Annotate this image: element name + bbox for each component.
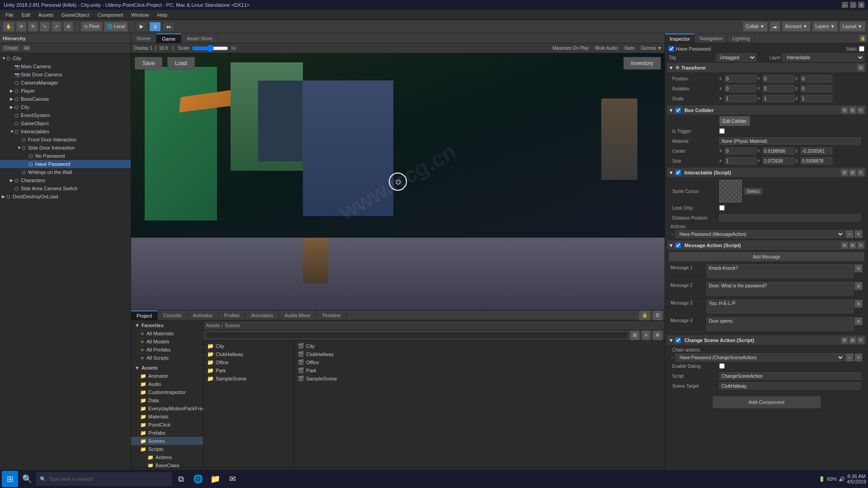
- add-component-button[interactable]: Add Component: [712, 396, 821, 408]
- msg-2-remove-btn[interactable]: ✕: [854, 282, 863, 290]
- proj-data[interactable]: 📁 Data: [131, 396, 203, 404]
- mail-icon[interactable]: ✉: [224, 471, 241, 487]
- hier-eventsystem[interactable]: ⬡ EventSystem: [0, 111, 131, 119]
- collab-button[interactable]: Collab ▼: [743, 22, 768, 32]
- asset-scene-park[interactable]: 🎬 Park: [294, 366, 665, 375]
- hier-writings[interactable]: ⬡ Writings on the Wall: [0, 168, 131, 176]
- hier-interactables[interactable]: ▼ ⬡ Interactables: [0, 127, 131, 136]
- layer-dropdown[interactable]: Interactable: [783, 53, 864, 61]
- object-active-checkbox[interactable]: [669, 46, 674, 52]
- boxcollider-enabled-checkbox[interactable]: [675, 108, 681, 113]
- proj-prefabs[interactable]: 📁 Prefabs: [131, 429, 203, 437]
- asset-icon-view[interactable]: ⊞: [630, 330, 640, 340]
- hier-front-door[interactable]: ⬡ Front Door Interaction: [0, 136, 131, 144]
- static-checkbox[interactable]: [859, 46, 864, 52]
- tool-transform[interactable]: ⊕: [63, 22, 73, 32]
- rotation-y[interactable]: [763, 85, 794, 92]
- enable-dialog-checkbox[interactable]: [719, 363, 725, 369]
- proj-audio[interactable]: 📁 Audio: [131, 380, 203, 388]
- msg-1-remove-btn[interactable]: ✕: [854, 264, 863, 272]
- boxcollider-component-header[interactable]: ▼ Box Collider ⚙ ⊞ ✕: [667, 105, 866, 115]
- breadcrumb-assets[interactable]: Assets: [206, 323, 220, 328]
- maximize-button[interactable]: □: [850, 2, 856, 8]
- inventory-button[interactable]: Inventory: [623, 57, 661, 70]
- tab-project[interactable]: Project: [131, 310, 158, 320]
- component-remove-btn[interactable]: ✕: [857, 337, 864, 344]
- hier-characters[interactable]: ▶ ⬡ Characters: [0, 176, 131, 184]
- edit-collider-btn[interactable]: Edit Collider: [719, 116, 750, 126]
- menu-gameobject[interactable]: GameObject: [58, 11, 93, 19]
- size-z[interactable]: [801, 157, 832, 164]
- chain-remove-btn[interactable]: −: [845, 353, 854, 361]
- hier-gameobject[interactable]: ⬡ GameObject: [0, 119, 131, 127]
- proj-scenes[interactable]: 📁 Scenes: [131, 437, 203, 445]
- asset-list-view[interactable]: ≡: [642, 330, 651, 340]
- hier-basecanvas[interactable]: ▶ ⬡ BaseCanvas: [0, 95, 131, 103]
- msg-4-value[interactable]: Door opens.: [707, 317, 854, 331]
- chain-action-dropdown[interactable]: Have Password (ChangeSceneAction): [675, 353, 844, 361]
- inspector-lock-btn[interactable]: 🔒: [859, 35, 866, 42]
- asset-scene-office[interactable]: 🎬 Office: [294, 358, 665, 366]
- load-button[interactable]: Load: [167, 57, 195, 70]
- menu-help[interactable]: Help: [153, 11, 171, 19]
- asset-scene-clubhallway[interactable]: 🎬 ClubHallway: [294, 350, 665, 358]
- scale-x[interactable]: [725, 95, 756, 102]
- pause-button[interactable]: ⏸: [149, 22, 161, 32]
- tool-rotate[interactable]: ↻: [28, 22, 38, 32]
- proj-all-scripts[interactable]: ★ All Scripts: [131, 354, 203, 362]
- interactable-component-header[interactable]: ▼ Interactable (Script) ⚙ ⊞ ✕: [667, 167, 866, 177]
- asset-folder-office[interactable]: 📁 Office: [203, 358, 293, 366]
- proj-materials[interactable]: 📁 Materials: [131, 413, 203, 421]
- tab-game[interactable]: Game: [156, 33, 181, 43]
- step-button[interactable]: ⏭: [163, 22, 175, 32]
- save-button[interactable]: Save: [135, 57, 162, 70]
- component-copy-btn[interactable]: ⊞: [849, 169, 856, 176]
- transform-component-header[interactable]: ▼ ⊕ Transform ⚙: [667, 62, 866, 72]
- menu-component[interactable]: Component: [94, 11, 127, 19]
- action-remove-btn[interactable]: −: [845, 230, 854, 238]
- component-remove-btn[interactable]: ✕: [857, 107, 864, 114]
- proj-everyday[interactable]: 📁 EverydayMotionPackFree: [131, 404, 203, 413]
- scale-z[interactable]: [801, 95, 832, 102]
- hier-city-root[interactable]: ▼ ⬡ City: [0, 54, 131, 62]
- cloud-button[interactable]: ☁: [769, 22, 780, 32]
- position-x[interactable]: [725, 75, 756, 82]
- center-x[interactable]: [725, 147, 756, 155]
- component-copy-btn[interactable]: ⊞: [849, 242, 856, 249]
- component-remove-btn[interactable]: ✕: [857, 242, 864, 249]
- menu-file[interactable]: File: [2, 11, 17, 19]
- tab-console[interactable]: Console: [158, 310, 187, 320]
- position-y[interactable]: [763, 75, 794, 82]
- stats-btn[interactable]: Stats: [624, 46, 635, 51]
- layers-dropdown[interactable]: Layers ▼: [812, 22, 838, 32]
- asset-search-input[interactable]: [205, 332, 628, 339]
- asset-scene-samplescene[interactable]: 🎬 SampleScene: [294, 375, 665, 383]
- tab-timeline[interactable]: Timeline: [316, 310, 346, 320]
- component-settings-btn[interactable]: ⚙: [841, 242, 848, 249]
- hier-dontdestroy[interactable]: ▶ ⬡ DontDestroyOnLoad: [0, 192, 131, 201]
- menu-edit[interactable]: Edit: [18, 11, 34, 19]
- tool-move[interactable]: ✛: [16, 22, 26, 32]
- action-add-btn[interactable]: +: [854, 230, 863, 238]
- proj-favorites[interactable]: ▼ Favorites: [131, 321, 203, 329]
- proj-scripts-baseclass[interactable]: 📁 BaseClass: [131, 461, 203, 467]
- chain-add-btn[interactable]: +: [854, 353, 863, 361]
- change-scene-enabled-checkbox[interactable]: [675, 338, 681, 343]
- center-y[interactable]: [763, 147, 794, 155]
- center-z[interactable]: [801, 147, 832, 155]
- scene-view[interactable]: ⊙ Save Load Inventory www.rrcg.cn: [131, 53, 665, 310]
- add-message-btn[interactable]: Add Message: [669, 252, 864, 262]
- hierarchy-create-btn[interactable]: Create: [2, 45, 20, 52]
- is-trigger-checkbox[interactable]: [719, 128, 725, 134]
- component-copy-btn[interactable]: ⊞: [849, 107, 856, 114]
- component-settings-btn[interactable]: ⚙: [841, 169, 848, 176]
- tag-dropdown[interactable]: Untagged: [716, 53, 756, 61]
- rotation-x[interactable]: [725, 85, 756, 92]
- mute-btn[interactable]: Mute Audio: [595, 46, 618, 51]
- hier-side-door[interactable]: ▼ ⬡ Side Door Interaction: [0, 144, 131, 152]
- component-copy-btn[interactable]: ⊞: [849, 337, 856, 344]
- menu-window[interactable]: Window: [127, 11, 152, 19]
- local-button[interactable]: 🌐 Local: [104, 22, 128, 32]
- interactable-enabled-checkbox[interactable]: [675, 170, 681, 175]
- hier-city[interactable]: ▶ ⬡ City: [0, 103, 131, 111]
